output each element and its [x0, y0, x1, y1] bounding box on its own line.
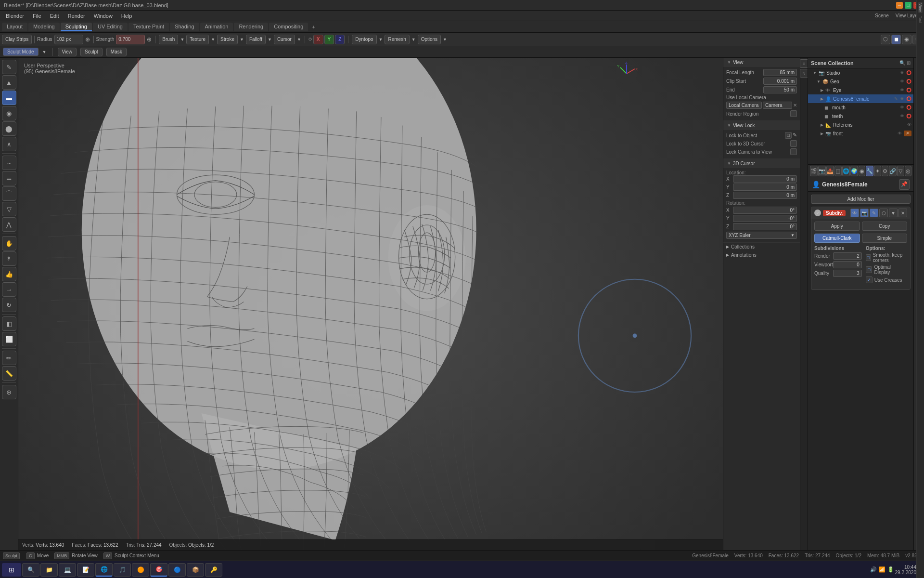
prop-tab-world[interactable]: 🌍 — [850, 166, 858, 176]
tool-fill[interactable]: ▽ — [2, 202, 16, 216]
dyntopo-dropdown[interactable]: ▼ — [379, 37, 383, 42]
annotations-section[interactable]: ▶ Annotations — [723, 251, 800, 259]
sys-icon-3[interactable]: 🔋 — [887, 566, 894, 573]
mouth-vis[interactable]: 👁 — [900, 105, 904, 110]
tool-grab[interactable]: ✋ — [2, 236, 16, 250]
quality-value[interactable]: 3 — [833, 270, 862, 277]
geo-vis2[interactable]: ⭕ — [906, 79, 911, 84]
outliner-item-studio[interactable]: ▼ 📷 Studio 👁 ⭕ — [808, 68, 913, 77]
outliner-filter[interactable]: ⊞ — [907, 60, 911, 66]
taskbar-pc[interactable]: 💻 — [59, 563, 76, 577]
tool-crease[interactable]: ∧ — [2, 137, 16, 151]
taskbar-chrome[interactable]: 🌐 — [95, 563, 113, 577]
tool-annotate[interactable]: ✏ — [2, 351, 16, 365]
tool-mask[interactable]: ◧ — [2, 316, 16, 331]
prop-tab-material[interactable]: ◎ — [905, 166, 912, 176]
tool-draw[interactable]: ✎ — [2, 60, 16, 74]
lock-object-icon[interactable]: ✎ — [793, 132, 797, 139]
maximize-button[interactable]: □ — [905, 2, 911, 9]
taskbar-app4[interactable]: 🔑 — [205, 563, 222, 577]
prop-tab-constraints[interactable]: 🔗 — [889, 166, 897, 176]
taskbar-blender[interactable]: 🎯 — [150, 563, 167, 577]
tool-snake-hook[interactable]: ↟ — [2, 251, 16, 266]
taskbar-app3[interactable]: 📦 — [187, 563, 204, 577]
sys-icon-1[interactable]: 🔊 — [870, 566, 877, 573]
mod-expand-icon[interactable]: ▼ — [889, 209, 898, 217]
minimize-button[interactable]: ─ — [896, 2, 903, 9]
view-header[interactable]: ▼ View — [723, 58, 800, 67]
optimal-display-check[interactable]: □ — [866, 266, 873, 273]
mod-realtime-icon[interactable]: 👁 — [850, 209, 859, 217]
eye-vis[interactable]: 👁 — [900, 88, 904, 92]
axis-gizmo[interactable]: X Y Z — [615, 62, 639, 86]
sys-icon-2[interactable]: 📶 — [879, 566, 886, 573]
tool-clay[interactable]: ▲ — [2, 75, 16, 90]
tool-thumb[interactable]: 👍 — [2, 267, 16, 281]
falloff-dropdown[interactable]: ▼ — [268, 37, 272, 42]
menu-window[interactable]: Window — [90, 12, 116, 20]
cursor-btn[interactable]: Cursor — [274, 35, 295, 44]
options-dropdown[interactable]: ▼ — [443, 37, 447, 42]
tool-clay-strips[interactable]: ▬ — [2, 91, 16, 105]
viewport-3d[interactable]: User Perspective (95) Genesis8Female X Y… — [18, 58, 723, 550]
modifier-badge[interactable]: Subdiv. — [823, 210, 846, 216]
options-btn[interactable]: Options — [418, 35, 441, 44]
referens-vis[interactable]: 👁 — [907, 122, 911, 127]
tab-texture-paint[interactable]: Texture Paint — [128, 23, 169, 31]
modifier-toggle[interactable]: ✓ — [814, 210, 821, 216]
tab-animation[interactable]: Animation — [200, 23, 233, 31]
sculpt-btn[interactable]: Sculpt — [80, 48, 103, 56]
catmull-clark-btn[interactable]: Catmull-Clark — [814, 234, 860, 243]
tab-sculpting[interactable]: Sculpting — [61, 23, 92, 31]
tool-smooth[interactable]: ~ — [2, 156, 16, 170]
use-creases-check[interactable]: ✓ — [866, 276, 873, 283]
texture-btn[interactable]: Texture — [186, 35, 209, 44]
cursor-rx-val[interactable]: 0° — [733, 207, 797, 214]
prop-tab-physics[interactable]: ⚙ — [882, 166, 889, 176]
taskbar-explorer[interactable]: 📁 — [40, 563, 58, 577]
apply-button[interactable]: Apply — [814, 222, 860, 231]
material-icon[interactable]: ◉ — [902, 35, 911, 44]
taskbar-app1[interactable]: 🟠 — [132, 563, 149, 577]
tool-flatten[interactable]: ═ — [2, 171, 16, 185]
tab-shading[interactable]: Shading — [170, 23, 199, 31]
render-value[interactable]: 2 — [833, 252, 862, 260]
prop-tab-render[interactable]: 📷 — [818, 166, 826, 176]
stroke-btn[interactable]: Stroke — [217, 35, 238, 44]
remesh-dropdown[interactable]: ▼ — [411, 37, 416, 42]
tab-layout[interactable]: Layout — [2, 23, 27, 31]
mode-dropdown[interactable]: ▼ — [42, 50, 47, 54]
prop-tab-data[interactable]: ▽ — [897, 166, 904, 176]
view-lock-header[interactable]: ▼ View Lock — [723, 121, 800, 130]
remesh-btn[interactable]: Remesh — [385, 35, 409, 44]
cursor-header[interactable]: ▼ 3D Cursor — [723, 159, 800, 168]
render-region-check[interactable] — [790, 110, 797, 117]
mask-btn[interactable]: Mask — [106, 48, 127, 56]
radius-input[interactable] — [54, 35, 83, 44]
collections-section[interactable]: ▶ Collections — [723, 243, 800, 251]
mod-delete-icon[interactable]: ✕ — [898, 209, 907, 217]
prop-tab-object[interactable]: ◉ — [859, 166, 866, 176]
tool-transform[interactable]: ⊕ — [2, 385, 16, 399]
tool-blob[interactable]: ⬤ — [2, 121, 16, 136]
teeth-vis[interactable]: 👁 — [900, 114, 904, 118]
taskbar-music[interactable]: 🎵 — [114, 563, 131, 577]
mod-render-icon[interactable]: 📷 — [860, 209, 869, 217]
camera-close[interactable]: ✕ — [793, 103, 797, 108]
simple-btn[interactable]: Simple — [862, 234, 908, 243]
focal-length-value[interactable]: 85 mm — [763, 69, 797, 76]
dyntopo-btn[interactable]: Dyntopo — [352, 35, 376, 44]
outliner-item-referens[interactable]: ▶ 📐 Referens 👁 — [808, 120, 913, 129]
studio-vis2[interactable]: ⭕ — [906, 70, 911, 75]
prop-pin[interactable]: 📌 — [899, 179, 910, 190]
falloff-btn[interactable]: Falloff — [246, 35, 266, 44]
prop-tab-scene[interactable]: 🎬 — [810, 166, 818, 176]
cursor-y-val[interactable]: 0 m — [733, 184, 797, 191]
sculpt-mode-select[interactable]: Sculpt Mode — [3, 48, 38, 56]
prop-tab-scene-props[interactable]: 🌐 — [842, 166, 850, 176]
tool-rotate[interactable]: ↻ — [2, 298, 16, 312]
tab-compositing[interactable]: Compositing — [269, 23, 308, 31]
axis-z[interactable]: Z — [335, 35, 345, 44]
copy-button[interactable]: Copy — [862, 222, 908, 231]
viewport-value[interactable]: 0 — [833, 261, 862, 268]
